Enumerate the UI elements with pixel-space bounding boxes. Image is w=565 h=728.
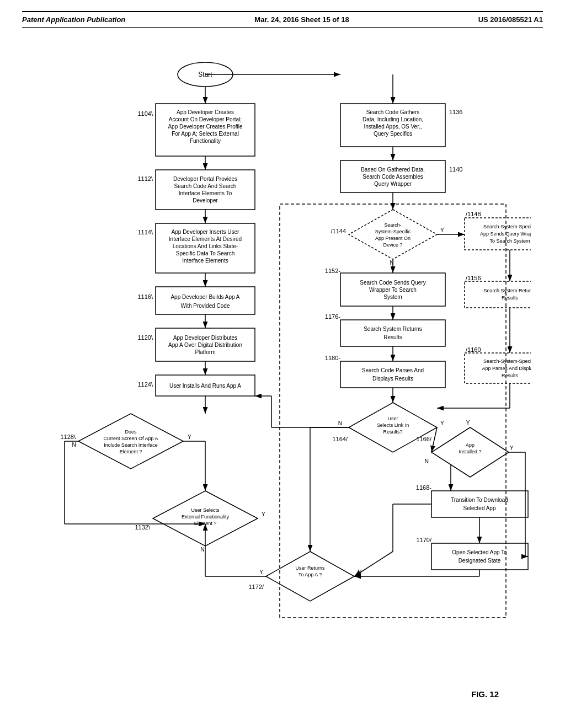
svg-text:1176-: 1176- xyxy=(325,313,340,320)
svg-text:Search System Returns: Search System Returns xyxy=(364,326,422,332)
svg-text:External Functionality: External Functionality xyxy=(182,514,230,520)
svg-text:For App A; Selects External: For App A; Selects External xyxy=(172,131,239,137)
svg-text:Developer: Developer xyxy=(193,197,218,204)
svg-rect-96 xyxy=(340,320,445,346)
svg-text:1172/: 1172/ xyxy=(248,584,264,590)
fig-label-text: FIG. 12 xyxy=(471,689,499,699)
svg-text:Search Code Parses And: Search Code Parses And xyxy=(362,367,424,373)
svg-text:1168-: 1168- xyxy=(416,484,431,491)
svg-text:App Developer Distributes: App Developer Distributes xyxy=(173,335,237,341)
svg-rect-112 xyxy=(340,361,445,388)
svg-text:Displays Results: Displays Results xyxy=(372,376,413,382)
header-patent-number: US 2016/085521 A1 xyxy=(478,15,543,24)
svg-text:1120\: 1120\ xyxy=(137,334,153,341)
svg-text:Results: Results xyxy=(502,295,519,301)
svg-text:Element ?: Element ? xyxy=(120,449,142,454)
svg-text:User Returns: User Returns xyxy=(295,565,325,571)
svg-text:Account On Developer Portal;: Account On Developer Portal; xyxy=(169,116,242,122)
svg-text:Include Search Interface: Include Search Interface xyxy=(104,442,158,448)
svg-text:1166/: 1166/ xyxy=(416,436,431,442)
diagram-container: Start App Developer Creates Account On D… xyxy=(22,44,543,678)
svg-text:Search System Returns: Search System Returns xyxy=(483,288,531,293)
svg-text:Results: Results xyxy=(502,373,519,378)
svg-text:Device ?: Device ? xyxy=(383,242,402,248)
svg-text:1128\: 1128\ xyxy=(60,433,76,440)
svg-text:Results: Results xyxy=(383,334,402,340)
svg-text:Does: Does xyxy=(125,429,137,435)
svg-text:Y: Y xyxy=(262,511,265,517)
svg-text:1152-: 1152- xyxy=(325,267,340,274)
svg-text:1180-: 1180- xyxy=(325,355,340,361)
svg-text:Platform: Platform xyxy=(195,349,215,355)
svg-text:Y: Y xyxy=(188,434,191,440)
svg-text:Installed Apps, OS Ver.,: Installed Apps, OS Ver., xyxy=(364,124,422,130)
svg-text:Search Code And Search: Search Code And Search xyxy=(174,183,237,189)
svg-text:Functionality: Functionality xyxy=(190,138,221,144)
svg-text:Specific Data To Search: Specific Data To Search xyxy=(176,250,235,256)
svg-text:N: N xyxy=(200,547,204,553)
svg-text:Search-System-Specific: Search-System-Specific xyxy=(483,358,531,364)
node-1104-text: App Developer Creates xyxy=(177,109,234,115)
svg-text:Search Code Gathers: Search Code Gathers xyxy=(366,109,420,115)
svg-text:Y: Y xyxy=(466,420,470,426)
svg-text:Y: Y xyxy=(440,420,444,426)
svg-text:1132\: 1132\ xyxy=(135,524,150,531)
svg-text:1112\: 1112\ xyxy=(137,175,153,182)
svg-text:1116\: 1116\ xyxy=(137,293,153,300)
svg-text:Selects Link In: Selects Link In xyxy=(377,422,409,428)
svg-text:Interface Elements To: Interface Elements To xyxy=(179,190,232,196)
svg-text:1140: 1140 xyxy=(449,166,462,173)
svg-text:N: N xyxy=(425,458,429,464)
svg-text:Interface Elements: Interface Elements xyxy=(182,258,228,264)
svg-text:Results?: Results? xyxy=(383,429,402,435)
svg-text:1164/: 1164/ xyxy=(332,436,348,442)
svg-text:User Selects: User Selects xyxy=(191,507,220,513)
svg-text:Wrapper To Search: Wrapper To Search xyxy=(369,287,417,293)
svg-line-164 xyxy=(354,552,393,576)
svg-text:App Developer Builds App A: App Developer Builds App A xyxy=(170,294,239,300)
svg-text:/1156: /1156 xyxy=(466,275,481,281)
svg-text:1114\: 1114\ xyxy=(137,229,153,235)
svg-rect-136 xyxy=(431,491,528,517)
svg-rect-141 xyxy=(431,543,528,570)
svg-text:Search-: Search- xyxy=(384,222,402,228)
figure-label: FIG. 12 xyxy=(22,689,543,699)
svg-text:Installed ?: Installed ? xyxy=(459,449,481,454)
svg-marker-39 xyxy=(78,414,183,469)
svg-text:Open Selected App To: Open Selected App To xyxy=(452,549,507,555)
svg-text:Data, Including Location,: Data, Including Location, xyxy=(363,116,423,122)
svg-text:System: System xyxy=(383,294,402,300)
flowchart-svg: Start App Developer Creates Account On D… xyxy=(34,44,531,678)
svg-text:Designated State: Designated State xyxy=(459,558,501,564)
svg-line-135 xyxy=(431,427,437,452)
svg-text:Based On Gathered Data,: Based On Gathered Data, xyxy=(361,167,425,173)
svg-rect-100 xyxy=(465,281,531,308)
svg-text:/1160: /1160 xyxy=(466,346,481,353)
svg-text:Query Specifics: Query Specifics xyxy=(374,131,412,137)
svg-text:To Search System: To Search System xyxy=(489,238,530,244)
svg-rect-24 xyxy=(156,287,255,314)
svg-text:With Provided Code: With Provided Code xyxy=(181,303,230,309)
svg-text:Interface Elements At Desired: Interface Elements At Desired xyxy=(169,236,242,242)
svg-text:/1148: /1148 xyxy=(466,211,481,217)
svg-text:Y: Y xyxy=(440,227,444,233)
svg-text:User: User xyxy=(387,416,398,421)
svg-text:1136: 1136 xyxy=(449,109,462,115)
svg-text:N: N xyxy=(338,420,342,426)
svg-text:App Sends Query Wrapper: App Sends Query Wrapper xyxy=(480,231,531,237)
svg-text:App A Over Digital Distributio: App A Over Digital Distribution xyxy=(168,342,242,348)
svg-text:Selected App: Selected App xyxy=(463,505,496,511)
svg-text:1170/: 1170/ xyxy=(416,537,431,543)
svg-text:Current Screen Of App A: Current Screen Of App A xyxy=(103,436,158,441)
svg-text:Query Wrapper: Query Wrapper xyxy=(374,181,412,187)
svg-text:Search Code Sends Query: Search Code Sends Query xyxy=(360,280,426,286)
header-date-sheet: Mar. 24, 2016 Sheet 15 of 18 xyxy=(254,15,349,24)
svg-text:Y: Y xyxy=(259,569,263,575)
svg-text:Search Code Assembles: Search Code Assembles xyxy=(363,174,423,180)
svg-text:To App A ?: To App A ? xyxy=(299,572,322,577)
svg-text:App Present On: App Present On xyxy=(375,235,411,241)
svg-marker-75 xyxy=(349,210,437,259)
header-publication: Patent Application Publication xyxy=(22,15,125,24)
page-header: Patent Application Publication Mar. 24, … xyxy=(22,11,543,28)
label-1104: 1104\ xyxy=(137,110,153,117)
